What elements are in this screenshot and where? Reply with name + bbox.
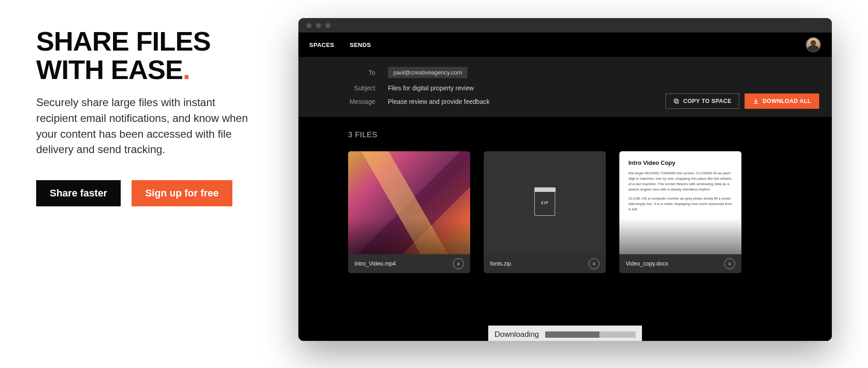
file-name: Intro_Video.mp4 — [354, 261, 396, 267]
download-icon — [727, 261, 732, 266]
avatar[interactable] — [806, 37, 821, 52]
file-thumbnail — [348, 151, 470, 254]
headline-line2: WITH EASE — [36, 55, 183, 85]
file-card[interactable]: ZIP fonts.zip — [484, 151, 606, 273]
svg-rect-0 — [675, 100, 679, 103]
window-max-dot[interactable] — [326, 23, 330, 28]
copy-to-space-label: COPY TO SPACE — [683, 98, 731, 104]
tab-spaces[interactable]: SPACES — [309, 42, 335, 48]
copy-icon — [673, 98, 679, 104]
files-area: 3 FILES Intro_Video.mp4 — [298, 117, 832, 341]
window-min-dot[interactable] — [316, 23, 321, 28]
send-form: To paul@creativeagency.com Subject Files… — [298, 57, 832, 117]
zip-badge: ZIP — [541, 200, 548, 205]
tab-sends[interactable]: SENDS — [350, 42, 371, 48]
file-download-button[interactable] — [453, 258, 464, 269]
progress-bar — [545, 331, 636, 338]
copy-to-space-button[interactable]: COPY TO SPACE — [665, 93, 739, 109]
doc-preview-title: Intro Video Copy — [628, 159, 732, 166]
subject-value[interactable]: Files for digital property review — [388, 84, 474, 92]
file-name: fonts.zip — [490, 261, 511, 267]
message-value[interactable]: Please review and provide feedback — [388, 98, 490, 105]
hero-subhead: Securely share large files with instant … — [36, 95, 253, 158]
files-heading: 3 FILES — [348, 130, 782, 140]
doc-preview-paragraph: CLOSE ON a computer monitor as grey pixe… — [628, 196, 732, 212]
download-all-button[interactable]: DOWNLOAD ALL — [745, 93, 819, 109]
headline-dot: . — [183, 55, 190, 85]
doc-preview-paragraph: We begin MOVING TOWARD the screen, CLOSI… — [628, 171, 732, 192]
app-nav: SPACES SENDS — [298, 33, 832, 57]
window-close-dot[interactable] — [307, 23, 311, 28]
signup-button[interactable]: Sign up for free — [132, 180, 232, 206]
to-label: To — [311, 69, 388, 76]
progress-fill — [545, 331, 599, 338]
svg-rect-1 — [675, 99, 678, 102]
download-all-label: DOWNLOAD ALL — [763, 98, 811, 104]
file-download-button[interactable] — [589, 258, 599, 269]
download-progress-popup: Downloading — [488, 326, 642, 341]
window-titlebar — [298, 18, 832, 33]
hero-headline: SHARE FILES WITH EASE. — [36, 27, 262, 84]
file-card[interactable]: Intro Video Copy We begin MOVING TOWARD … — [619, 151, 741, 273]
message-label: Message — [311, 98, 388, 105]
download-icon — [456, 261, 461, 266]
file-thumbnail: Intro Video Copy We begin MOVING TOWARD … — [619, 151, 741, 254]
subject-label: Subject — [311, 84, 388, 92]
file-thumbnail: ZIP — [484, 151, 606, 254]
file-download-button[interactable] — [724, 258, 735, 269]
file-card[interactable]: Intro_Video.mp4 — [348, 151, 470, 273]
zip-icon: ZIP — [534, 190, 555, 216]
download-icon — [591, 261, 597, 266]
progress-label: Downloading — [495, 330, 539, 339]
headline-line1: SHARE FILES — [36, 26, 211, 56]
download-icon — [753, 98, 759, 104]
to-chip[interactable]: paul@creativeagency.com — [388, 67, 467, 78]
app-window: SPACES SENDS To paul@creativeagency.com … — [298, 18, 832, 341]
share-faster-button[interactable]: Share faster — [36, 180, 121, 206]
file-name: Video_copy.docx — [626, 261, 668, 267]
